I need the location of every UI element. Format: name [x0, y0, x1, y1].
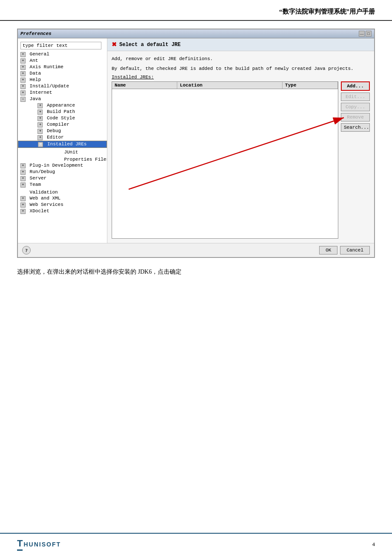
- logo-t: T: [17, 538, 23, 551]
- dialog-controls: — □: [359, 31, 372, 37]
- tree-item-compiler[interactable]: + Compiler: [18, 121, 107, 128]
- page-footer: T HUNISOFT 4: [0, 533, 392, 555]
- tree-item-internet[interactable]: + Internet: [18, 90, 107, 96]
- right-header-title: Select a default JRE: [119, 42, 181, 48]
- tree-item-web-services[interactable]: + Web Services: [18, 202, 107, 208]
- action-buttons: Add... Edit... Copy... Remove Search...: [341, 81, 370, 239]
- filter-input[interactable]: [20, 42, 101, 49]
- edit-button[interactable]: Edit...: [341, 92, 370, 101]
- tree-item-java[interactable]: − Java: [18, 96, 107, 102]
- preferences-dialog: Preferences — □ + General+ Ant+ Axis Run…: [17, 29, 375, 258]
- page-number: 4: [372, 541, 375, 548]
- description1: Add, remove or edit JRE definitions.: [112, 55, 370, 63]
- tree-item-validation[interactable]: Validation: [18, 188, 107, 195]
- col-name: Name: [112, 82, 177, 89]
- jre-table: Name Location Type: [112, 81, 338, 239]
- minimize-button[interactable]: —: [359, 31, 365, 37]
- remove-button[interactable]: Remove: [341, 113, 370, 121]
- tree-item-axis-runtime[interactable]: + Axis Runtime: [18, 64, 107, 70]
- add-button[interactable]: Add...: [341, 81, 370, 91]
- tree-container: + General+ Ant+ Axis Runtime+ Data+ Help…: [18, 51, 107, 214]
- page-title: “数字法院审判管理系统”用户手册: [279, 8, 375, 15]
- footer-logo: T HUNISOFT: [17, 538, 61, 551]
- tree-item-data[interactable]: + Data: [18, 70, 107, 77]
- col-type: Type: [282, 82, 338, 89]
- tree-item-installed-jres[interactable]: + Installed JREs: [18, 141, 107, 148]
- tree-item-debug[interactable]: + Debug: [18, 128, 107, 134]
- tree-item-run-debug[interactable]: + Run/Debug: [18, 169, 107, 175]
- tree-item-install-update[interactable]: + Install/Update: [18, 83, 107, 90]
- page-header: “数字法院审判管理系统”用户手册: [0, 0, 392, 21]
- ok-button[interactable]: OK: [319, 246, 337, 254]
- dialog-footer: ? OK Cancel: [18, 243, 374, 257]
- description2: By default, the checked JRE is added to …: [112, 65, 370, 72]
- footer-buttons: OK Cancel: [319, 246, 370, 254]
- tree-item-help[interactable]: + Help: [18, 77, 107, 83]
- left-panel: + General+ Ant+ Axis Runtime+ Data+ Help…: [18, 38, 107, 243]
- right-header: ✖ Select a default JRE: [107, 38, 374, 51]
- tree-item-web-and-xml[interactable]: + Web and XML: [18, 195, 107, 202]
- right-panel: ✖ Select a default JRE Add, remove or ed…: [107, 38, 374, 243]
- dialog-body: + General+ Ant+ Axis Runtime+ Data+ Help…: [18, 38, 374, 243]
- tree-item-ant[interactable]: + Ant: [18, 58, 107, 64]
- dialog-title: Preferences: [20, 31, 52, 36]
- dialog-wrapper: Preferences — □ + General+ Ant+ Axis Run…: [17, 29, 375, 258]
- jre-table-body: [112, 89, 338, 225]
- tree-item-properties-files-editor[interactable]: Properties Files Editor: [18, 155, 107, 162]
- logo-text: HUNISOFT: [23, 541, 61, 548]
- page-content: Preferences — □ + General+ Ant+ Axis Run…: [0, 29, 392, 277]
- description-paragraph: 选择浏览，在弹出来的对话框中选择你安装的 JDK6，点击确定: [17, 266, 375, 277]
- tree-item-general[interactable]: + General: [18, 51, 107, 58]
- error-icon: ✖: [112, 41, 117, 48]
- tree-item-build-path[interactable]: + Build Path: [18, 109, 107, 115]
- right-body: Add, remove or edit JRE definitions. By …: [107, 51, 374, 243]
- installed-label: Installed JREs:: [112, 75, 370, 80]
- tree-item-team[interactable]: + Team: [18, 182, 107, 188]
- search-button[interactable]: Search...: [341, 123, 370, 132]
- col-location: Location: [177, 82, 282, 89]
- tree-item-server[interactable]: + Server: [18, 175, 107, 182]
- tree-item-xdoclet[interactable]: + XDoclet: [18, 208, 107, 214]
- maximize-button[interactable]: □: [366, 31, 372, 37]
- tree-item-plug-in-development[interactable]: + Plug-in Development: [18, 162, 107, 169]
- tree-item-appearance[interactable]: + Appearance: [18, 102, 107, 109]
- help-button[interactable]: ?: [22, 246, 31, 254]
- tree-item-junit[interactable]: JUnit: [18, 148, 107, 155]
- dialog-titlebar: Preferences — □: [18, 29, 374, 38]
- tree-item-editor[interactable]: + Editor: [18, 134, 107, 141]
- jre-table-header: Name Location Type: [112, 82, 338, 89]
- jre-table-wrapper: Name Location Type Add... Edit... Copy..…: [112, 81, 370, 239]
- tree-item-code-style[interactable]: + Code Style: [18, 115, 107, 121]
- copy-button[interactable]: Copy...: [341, 103, 370, 111]
- cancel-button[interactable]: Cancel: [340, 246, 370, 254]
